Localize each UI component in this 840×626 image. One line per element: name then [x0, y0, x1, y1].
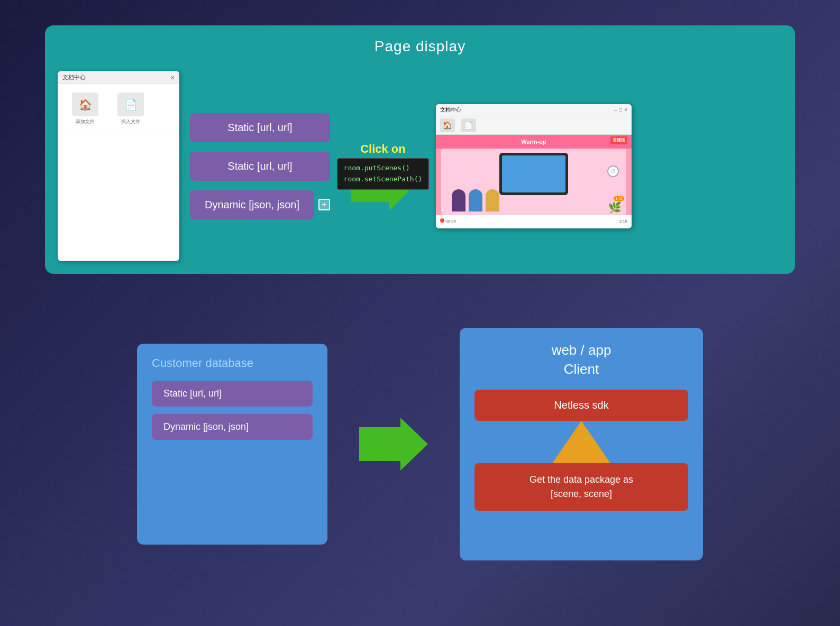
webapp-title-line2: Client: [564, 361, 599, 377]
netless-sdk-box: Netless sdk: [474, 390, 688, 421]
mock-titlebar: 文档中心 ×: [58, 71, 179, 84]
mock-window: 文档中心 × 🏠 添加文件 📄 插入文件: [58, 71, 179, 261]
data-package-line1: Get the data package as: [529, 474, 633, 485]
webapp-title: web / app Client: [474, 340, 688, 379]
preview-scene: 🌿 🕐 1:42: [441, 149, 626, 215]
dynamic-card: Dynamic [json, json]: [190, 190, 314, 219]
preview-main: Warm-up 英孺班: [436, 135, 632, 227]
preview-nav: 🏠 📄: [436, 116, 632, 135]
add-file-icon: 🏠: [72, 93, 98, 116]
mock-icons-area: 🏠 添加文件 📄 插入文件: [58, 84, 179, 134]
preview-characters: [452, 189, 499, 214]
bottom-green-arrow-icon: [359, 418, 428, 471]
bottom-dynamic-card: Dynamic [json, json]: [152, 414, 313, 440]
preview-nav-file: 📄: [461, 118, 476, 132]
triangle-up-icon: [552, 421, 610, 463]
char-3: [486, 189, 499, 211]
maximize-btn[interactable]: □: [619, 107, 622, 113]
close-btn[interactable]: ×: [624, 107, 627, 113]
customer-db-title: Customer database: [152, 356, 313, 370]
preview-tv: [499, 153, 568, 195]
code-line-2: room.setScenePath(): [344, 175, 423, 183]
bottom-arrow-container: [359, 418, 428, 471]
mock-icon-add: 🏠 添加文件: [67, 93, 104, 125]
center-area: Static [url, url] Static [url, url] Dyna…: [179, 104, 782, 228]
code-block: room.putScenes() room.setScenePath(): [337, 158, 430, 190]
preview-clock-icon: 🕐: [607, 165, 619, 177]
preview-bottom-bar: 00:00 1/16: [436, 215, 632, 227]
mock-titlebar-text: 文档中心: [62, 73, 86, 81]
insert-file-label: 插入文件: [121, 118, 140, 125]
mock-icon-insert: 📄 插入文件: [112, 93, 149, 125]
preview-header-title: Warm-up: [521, 139, 546, 145]
data-package-box: Get the data package as [scene, scene]: [474, 463, 688, 511]
char-2: [469, 189, 482, 211]
customer-db-box: Customer database Static [url, url] Dyna…: [137, 344, 327, 545]
preview-tv-screen: [502, 155, 565, 192]
bottom-static-card: Static [url, url]: [152, 381, 313, 407]
bottom-section: Customer database Static [url, url] Dyna…: [45, 296, 795, 592]
code-line-1: room.putScenes(): [344, 164, 410, 172]
preview-titlebar-btns: – □ ×: [614, 107, 627, 113]
top-cards-column: Static [url, url] Static [url, url] Dyna…: [190, 113, 330, 219]
top-section: Page display 文档中心 × 🏠 添加文件 📄 插入文件: [45, 25, 795, 274]
preview-header-bar: Warm-up 英孺班: [436, 135, 632, 149]
add-file-label: 添加文件: [76, 118, 95, 125]
preview-dot: 00:00: [440, 218, 456, 224]
preview-timer-badge: 1:42: [614, 196, 624, 201]
sdk-stack: Netless sdk Get the data package as [sce…: [474, 390, 688, 511]
preview-titlebar: 文档中心 – □ ×: [436, 104, 632, 116]
data-package-line2: [scene, scene]: [551, 489, 612, 499]
webapp-title-line1: web / app: [552, 342, 611, 358]
click-on-label: Click on: [360, 142, 406, 156]
static-card-1: Static [url, url]: [190, 113, 330, 142]
top-title: Page display: [58, 38, 782, 55]
minimize-btn[interactable]: –: [614, 107, 617, 113]
webapp-box: web / app Client Netless sdk Get the dat…: [460, 328, 703, 560]
mock-close-btn[interactable]: ×: [171, 74, 175, 81]
static-card-2: Static [url, url]: [190, 152, 330, 181]
plus-icon: +: [318, 199, 330, 210]
char-1: [452, 189, 465, 211]
triangle-container: [474, 421, 688, 463]
preview-pages: 1/16: [619, 219, 627, 224]
preview-logo: 英孺班: [610, 136, 627, 144]
insert-file-icon: 📄: [117, 93, 144, 116]
preview-window: 文档中心 – □ × 🏠 📄 Warm-up 英孺班: [436, 104, 632, 228]
arrow-code-area: Click on room.putScenes() room.setSceneP…: [341, 142, 425, 190]
svg-marker-1: [359, 418, 428, 471]
dynamic-card-wrapper: Dynamic [json, json] +: [190, 190, 330, 219]
preview-title-text: 文档中心: [440, 106, 461, 114]
preview-nav-home: 🏠: [440, 118, 455, 132]
